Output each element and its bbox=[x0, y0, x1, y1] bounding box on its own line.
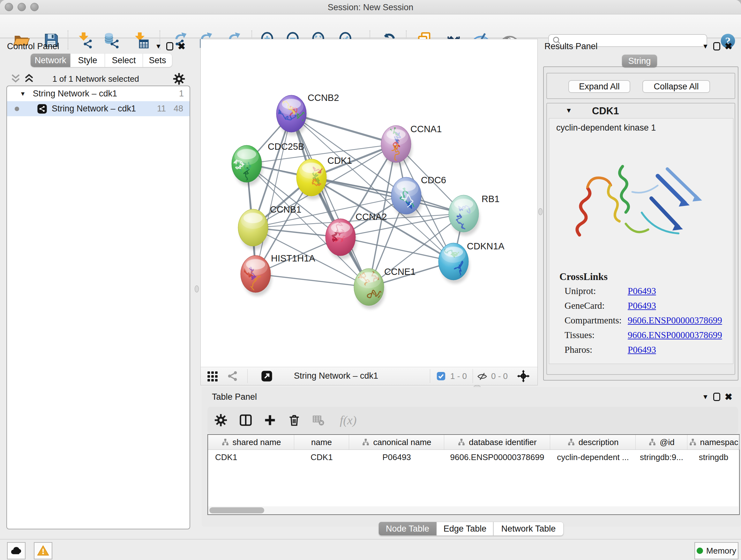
network-row-selected[interactable]: String Network – cdk1 11 48 bbox=[7, 101, 190, 116]
left-splitter-handle[interactable] bbox=[195, 286, 199, 293]
gene-collapse-icon[interactable]: ▼ bbox=[565, 107, 572, 114]
network-node-CCNA1[interactable] bbox=[381, 125, 412, 166]
right-splitter-handle[interactable] bbox=[538, 208, 542, 215]
close-panel-icon[interactable]: ✖ bbox=[178, 42, 185, 51]
collapse-panel-icon[interactable]: ▼ bbox=[702, 393, 709, 401]
node-label-CCNE1: CCNE1 bbox=[384, 266, 415, 277]
memory-button[interactable]: Memory bbox=[694, 542, 738, 559]
column-header-@id[interactable]: @id bbox=[636, 435, 687, 449]
network-node-RB1[interactable] bbox=[449, 195, 480, 236]
crosslink-value-link[interactable]: 9606.ENSP00000378699 bbox=[628, 315, 722, 326]
table-cell[interactable]: stringdb bbox=[687, 450, 740, 464]
table-settings-gear-button[interactable] bbox=[212, 411, 230, 429]
close-panel-icon[interactable]: ✖ bbox=[725, 42, 732, 51]
network-node-CCNE1[interactable] bbox=[354, 265, 385, 309]
add-column-button[interactable] bbox=[261, 411, 279, 429]
export-view-button[interactable] bbox=[261, 370, 273, 383]
column-header-description[interactable]: description bbox=[550, 435, 636, 449]
table-cell[interactable]: stringdb:9... bbox=[636, 450, 687, 464]
network-collection-row[interactable]: ▼ String Network – cdk1 1 bbox=[7, 86, 190, 101]
network-node-CDC6[interactable] bbox=[391, 177, 422, 218]
table-cell[interactable]: CDK1 bbox=[294, 450, 349, 464]
edge-CCNA2-CDKN1A[interactable] bbox=[340, 237, 454, 261]
network-node-CDK1[interactable] bbox=[296, 159, 328, 199]
tab-sets[interactable]: Sets bbox=[143, 54, 172, 67]
pan-mode-button[interactable] bbox=[517, 369, 530, 384]
control-panel-title: Control Panel bbox=[7, 42, 59, 51]
collapse-all-networks-button[interactable] bbox=[10, 73, 22, 86]
network-label: String Network – cdk1 bbox=[52, 104, 136, 114]
delete-column-button[interactable] bbox=[285, 411, 303, 429]
crosslink-value-link[interactable]: P06493 bbox=[628, 345, 656, 355]
crosslinks-title: CrossLinks bbox=[559, 271, 608, 283]
crosslink-label: Pharos: bbox=[564, 345, 592, 355]
plus-icon bbox=[263, 414, 277, 427]
float-panel-icon[interactable] bbox=[166, 42, 173, 51]
import-network-from-database-button[interactable] bbox=[102, 31, 121, 50]
function-builder-button-disabled[interactable]: f(x) bbox=[334, 411, 362, 429]
table-cell[interactable]: 9606.ENSP00000378699 bbox=[444, 450, 550, 464]
float-panel-icon[interactable] bbox=[713, 393, 720, 401]
column-header-canonical-name[interactable]: canonical name bbox=[349, 435, 444, 449]
table-cell[interactable]: CDK1 bbox=[208, 450, 294, 464]
crosslink-value-link[interactable]: 9606.ENSP00000378699 bbox=[628, 330, 722, 340]
network-node-CCNA2[interactable] bbox=[326, 219, 356, 259]
crosslink-value-link[interactable]: P06493 bbox=[628, 300, 656, 311]
tab-node-table[interactable]: Node Table bbox=[379, 522, 436, 536]
toolbar-separator bbox=[473, 369, 473, 383]
import-network-from-file-button[interactable] bbox=[75, 31, 94, 50]
column-header-namespac[interactable]: namespac bbox=[687, 435, 740, 449]
network-options-gear-button[interactable] bbox=[172, 72, 186, 87]
selected-nodes-checkbox[interactable] bbox=[436, 371, 446, 382]
cloud-status-button[interactable] bbox=[7, 542, 25, 559]
network-node-CCNB2[interactable] bbox=[276, 95, 310, 136]
column-header-shared-name[interactable]: shared name bbox=[208, 435, 294, 449]
collapse-all-button[interactable]: Collapse All bbox=[643, 80, 710, 93]
expand-all-button[interactable]: Expand All bbox=[568, 80, 630, 93]
crosslink-value-link[interactable]: P06493 bbox=[628, 286, 656, 296]
float-panel-icon[interactable] bbox=[713, 42, 720, 51]
network-node-HIST1H1A[interactable] bbox=[241, 255, 272, 296]
warning-status-button[interactable] bbox=[34, 542, 52, 559]
node-label-CDC25B: CDC25B bbox=[268, 141, 304, 152]
expand-all-networks-button[interactable] bbox=[23, 73, 35, 86]
scrollbar-thumb[interactable] bbox=[209, 507, 264, 513]
collapse-panel-icon[interactable]: ▼ bbox=[702, 43, 709, 50]
tab-style[interactable]: Style bbox=[71, 54, 105, 67]
node-label-CCNB1: CCNB1 bbox=[270, 204, 301, 214]
table-horizontal-scrollbar[interactable] bbox=[208, 506, 738, 514]
tab-select[interactable]: Select bbox=[105, 54, 143, 67]
column-header-database-identifier[interactable]: database identifier bbox=[444, 435, 550, 449]
gene-description: cyclin-dependent kinase 1 bbox=[556, 123, 656, 133]
node-label-CDKN1A: CDKN1A bbox=[467, 241, 504, 251]
collapse-panel-icon[interactable]: ▼ bbox=[155, 43, 162, 50]
table-header-row: shared namenamecanonical namedatabase id… bbox=[208, 435, 739, 450]
node-label-CDK1: CDK1 bbox=[327, 155, 352, 166]
tab-network[interactable]: Network bbox=[30, 54, 71, 67]
select-columns-button[interactable] bbox=[237, 411, 255, 429]
columns-icon bbox=[239, 413, 253, 427]
results-tab-string[interactable]: String bbox=[622, 55, 657, 67]
network-node-CCNB1[interactable] bbox=[238, 209, 269, 250]
delete-table-button-disabled[interactable] bbox=[310, 411, 327, 429]
edge-CCNB2-HIST1H1A[interactable] bbox=[256, 114, 291, 274]
table-cell[interactable]: cyclin-dependent ... bbox=[550, 450, 636, 464]
table-row[interactable]: CDK1CDK1P064939606.ENSP00000378699cyclin… bbox=[208, 450, 739, 464]
column-header-name[interactable]: name bbox=[294, 435, 349, 449]
network-birdseye-button[interactable] bbox=[227, 370, 239, 383]
network-node-CDC25B[interactable] bbox=[232, 145, 263, 189]
import-table-from-file-button[interactable] bbox=[131, 31, 150, 50]
title-bar: Session: New Session bbox=[0, 0, 741, 14]
table-cell[interactable]: P06493 bbox=[349, 450, 444, 464]
column-type-icon bbox=[457, 438, 466, 446]
control-panel-window-controls: ▼ ✖ bbox=[155, 42, 185, 51]
network-view-title: String Network – cdk1 bbox=[294, 371, 378, 381]
network-canvas[interactable]: CCNB2CCNA1CDC25BCDK1CDC6RB1CCNB1CCNA2CDK… bbox=[201, 39, 537, 368]
tree-expand-icon[interactable]: ▼ bbox=[20, 90, 26, 98]
grid-view-button[interactable] bbox=[206, 370, 219, 384]
edge-HIST1H1A-CCNE1[interactable] bbox=[256, 274, 369, 287]
close-panel-icon[interactable]: ✖ bbox=[725, 393, 732, 401]
tab-edge-table[interactable]: Edge Table bbox=[436, 522, 493, 536]
crosslink-row: Compartments:9606.ENSP00000378699 bbox=[564, 315, 731, 326]
tab-network-table[interactable]: Network Table bbox=[493, 522, 563, 536]
